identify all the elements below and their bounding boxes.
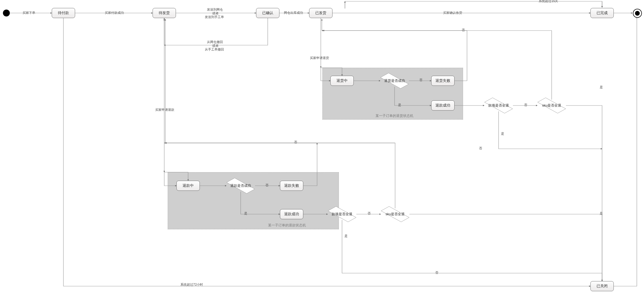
edge-label-yes: 是 xyxy=(600,85,603,90)
state-pending-payment: 待付款 xyxy=(52,8,75,18)
edge-label-no: 否 xyxy=(524,103,527,107)
state-label: 退款失败 xyxy=(284,183,299,188)
decision-amount-full-refund-1: 款项是否全退 xyxy=(328,208,356,220)
state-label: 退货中 xyxy=(336,78,348,83)
edge-label: 买家下单 xyxy=(23,11,35,15)
state-completed: 已完成 xyxy=(590,8,614,18)
decision-refund-success: 退款是否成功 xyxy=(226,180,255,192)
decision-label: 款项是否全退 xyxy=(331,212,353,217)
state-shipped: 已发货 xyxy=(309,8,332,18)
edge-label: 买家确认收货 xyxy=(443,11,462,15)
edges-layer xyxy=(0,0,644,296)
state-label: 待付款 xyxy=(58,11,69,15)
edge-label: 发送到手工单 xyxy=(205,15,224,19)
final-state-dot-icon xyxy=(635,11,640,16)
substate-return-title: 某一子订单的退货状态机 xyxy=(375,113,413,118)
state-label: 待发货 xyxy=(159,11,170,15)
edge-label-yes: 是 xyxy=(398,103,401,107)
state-confirmed: 已确认 xyxy=(256,8,279,18)
edge-label: 买家付款成功 xyxy=(105,11,124,15)
decision-label: 退款是否成功 xyxy=(229,183,252,188)
state-label: 已确认 xyxy=(262,11,273,15)
decision-label: 款项是否全退 xyxy=(487,103,510,108)
state-label: 退款中 xyxy=(183,183,194,188)
edge-label-no: 否 xyxy=(294,140,297,145)
state-returning: 退货中 xyxy=(330,76,354,86)
substate-refund-title: 某一子订单的退款状态机 xyxy=(268,223,306,228)
state-refund-fail: 退款失败 xyxy=(280,181,303,191)
edge-label: 网仓出库成功 xyxy=(284,11,303,15)
decision-amount-full-refund-2: 款项是否全退 xyxy=(484,100,513,111)
state-label: 退款成功 xyxy=(435,103,450,108)
edge-label-yes: 是 xyxy=(600,211,603,216)
state-closed: 已关闭 xyxy=(590,281,614,291)
state-pending-ship: 待发货 xyxy=(153,8,176,18)
edge-label-no: 否 xyxy=(368,211,371,216)
decision-return-success: 退货是否成功 xyxy=(380,75,409,87)
state-label: 已关闭 xyxy=(597,284,608,289)
edge-label-no: 否 xyxy=(265,183,269,188)
decision-label: 退货是否成功 xyxy=(383,78,406,83)
state-refund-ok-2: 退款成功 xyxy=(431,100,455,111)
edge-label-yes: 是 xyxy=(244,211,247,216)
state-label: 已发货 xyxy=(315,11,326,15)
decision-label: sku是否全退 xyxy=(384,212,406,217)
edge-label: 从手工单撤回 xyxy=(205,47,224,52)
state-diagram: 待付款 待发货 已确认 已发货 已完成 已关闭 某一子订单的退款状态机 退款中 … xyxy=(0,0,644,296)
edge-label: 系统超过15天 xyxy=(539,0,558,3)
decision-label: sku是否全退 xyxy=(541,103,562,108)
edge-label: 买家申请退货 xyxy=(310,56,329,60)
state-label: 已完成 xyxy=(597,11,608,15)
state-refund-ok: 退款成功 xyxy=(280,209,303,219)
state-label: 退款成功 xyxy=(284,212,299,217)
edge-label-no: 否 xyxy=(435,270,438,275)
edge-label-no: 否 xyxy=(479,146,482,151)
edge-label: 系统超过72小时 xyxy=(180,282,203,287)
final-state-icon xyxy=(633,9,642,18)
edge-label-yes: 是 xyxy=(501,132,504,136)
edge-label: 买家申请退款 xyxy=(155,108,174,112)
decision-sku-full-refund-1: sku是否全退 xyxy=(381,208,409,220)
state-refunding: 退款中 xyxy=(176,181,200,191)
decision-sku-full-refund-2: sku是否全退 xyxy=(537,100,566,111)
edge-label-no: 否 xyxy=(462,28,465,32)
initial-state-icon xyxy=(3,10,10,16)
edge-label-no: 否 xyxy=(419,78,422,82)
state-return-fail: 退货失败 xyxy=(431,76,455,86)
state-label: 退货失败 xyxy=(435,78,450,83)
edge-label-yes: 是 xyxy=(344,234,348,238)
